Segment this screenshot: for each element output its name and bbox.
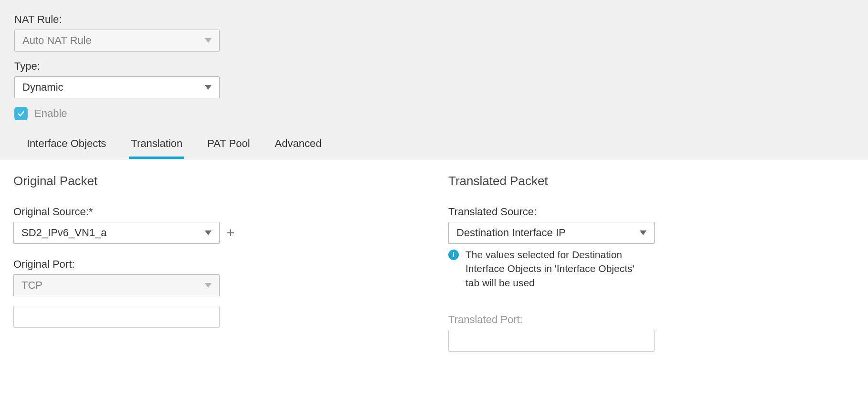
nat-rule-label: NAT Rule: [14,13,854,26]
tab-interface-objects[interactable]: Interface Objects [25,134,108,159]
tab-advanced[interactable]: Advanced [273,134,324,159]
chevron-down-icon [205,85,212,90]
original-port-input[interactable] [13,306,220,328]
checkmark-icon [17,109,25,118]
type-select[interactable]: Dynamic [14,76,220,98]
chevron-down-icon [205,230,212,235]
add-original-source-button[interactable]: + [226,226,235,240]
chevron-down-icon [205,283,212,288]
original-source-select[interactable]: SD2_IPv6_VN1_a [13,222,220,244]
translated-source-value: Destination Interface IP [456,227,566,239]
nat-rule-select[interactable]: Auto NAT Rule [14,30,220,52]
translated-source-info: The values selected for Destination Inte… [466,248,647,290]
original-port-protocol-select[interactable]: TCP [13,274,220,296]
translated-source-label: Translated Source: [448,206,855,218]
chevron-down-icon [640,230,646,235]
enable-checkbox[interactable] [14,107,28,120]
tab-pat-pool[interactable]: PAT Pool [205,134,252,159]
tab-bar: Interface Objects Translation PAT Pool A… [14,134,854,159]
original-port-value: TCP [21,279,42,292]
enable-label: Enable [34,107,67,120]
type-value: Dynamic [22,81,64,94]
original-source-value: SD2_IPv6_VN1_a [21,227,107,239]
translated-source-select[interactable]: Destination Interface IP [448,222,655,244]
translated-packet-title: Translated Packet [448,174,855,188]
nat-rule-value: Auto NAT Rule [22,34,92,47]
type-label: Type: [14,60,854,73]
original-source-label: Original Source:* [13,206,420,218]
original-packet-title: Original Packet [13,174,420,188]
info-icon: i [448,250,459,260]
original-port-label: Original Port: [13,258,420,271]
translated-port-input[interactable] [448,330,655,352]
translated-port-label: Translated Port: [448,313,855,326]
tab-translation[interactable]: Translation [129,134,184,159]
chevron-down-icon [205,38,212,43]
